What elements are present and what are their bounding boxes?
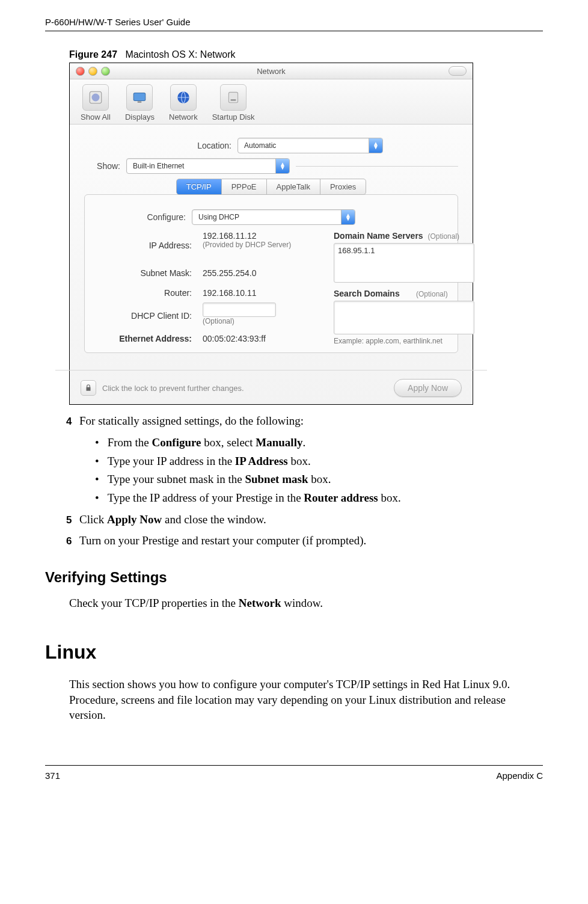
bullet-configure: From the Configure box, select Manually. bbox=[95, 435, 543, 450]
lock-icon bbox=[84, 384, 93, 392]
ip-sub: (Provided by DHCP Server) bbox=[203, 241, 323, 249]
router-value: 192.168.10.11 bbox=[203, 288, 323, 298]
displays-icon bbox=[126, 84, 153, 111]
page-header: P-660H/HW/W-T Series User' Guide bbox=[45, 17, 543, 31]
toolbar-network[interactable]: Network bbox=[169, 84, 198, 121]
configure-value: Using DHCP bbox=[198, 213, 239, 221]
apply-now-button[interactable]: Apply Now bbox=[394, 379, 462, 397]
router-label: Router: bbox=[96, 288, 192, 298]
figure-caption: Figure 247 Macintosh OS X: Network bbox=[69, 49, 543, 60]
bullet-ip: Type your IP address in the IP Address b… bbox=[95, 454, 543, 469]
chevron-updown-icon bbox=[341, 210, 355, 224]
svg-rect-2 bbox=[138, 102, 142, 103]
subnet-value: 255.255.254.0 bbox=[203, 268, 323, 278]
subnet-label: Subnet Mask: bbox=[96, 268, 192, 278]
show-select[interactable]: Built-in Ethernet bbox=[126, 158, 290, 174]
configure-select[interactable]: Using DHCP bbox=[192, 209, 355, 225]
page-footer: 371 Appendix C bbox=[45, 765, 543, 781]
step-5: 5Click Apply Now and close the window. bbox=[66, 512, 543, 527]
bullet-subnet: Type your subnet mask in the Subnet mask… bbox=[95, 472, 543, 487]
toolbar-displays[interactable]: Displays bbox=[125, 84, 155, 121]
toolbar-label: Network bbox=[169, 112, 198, 121]
search-optional: (Optional) bbox=[416, 290, 448, 298]
linux-text: This section shows you how to configure … bbox=[69, 677, 543, 723]
tab-bar: TCP/IP PPPoE AppleTalk Proxies bbox=[84, 179, 458, 195]
ethernet-value: 00:05:02:43:93:ff bbox=[203, 334, 323, 343]
screenshot-network-window: Network Show All Displays bbox=[69, 63, 473, 405]
window-title: Network bbox=[70, 67, 473, 76]
dns-textarea[interactable]: 168.95.1.1 bbox=[334, 243, 474, 283]
tab-pppoe[interactable]: PPPoE bbox=[222, 179, 267, 195]
show-label: Show: bbox=[84, 161, 120, 171]
step-4-text: For statically assigned settings, do the… bbox=[79, 414, 304, 427]
verify-text: Check your TCP/IP properties in the Netw… bbox=[69, 595, 543, 611]
location-value: Automatic bbox=[244, 141, 276, 150]
toolbar-label: Displays bbox=[125, 112, 155, 121]
ethernet-label: Ethernet Address: bbox=[96, 334, 192, 343]
search-label: Search Domains bbox=[334, 289, 400, 298]
lock-text: Click the lock to prevent further change… bbox=[102, 384, 244, 393]
startup-disk-icon bbox=[220, 84, 247, 111]
lock-button[interactable] bbox=[81, 380, 96, 396]
show-all-icon bbox=[82, 84, 109, 111]
dhcp-input[interactable] bbox=[203, 303, 276, 317]
chevron-updown-icon bbox=[369, 138, 382, 153]
dhcp-label: DHCP Client ID: bbox=[96, 311, 192, 321]
toolbar: Show All Displays Network bbox=[70, 79, 473, 125]
figure-label: Figure 247 bbox=[69, 49, 117, 60]
toolbar-startup-disk[interactable]: Startup Disk bbox=[212, 84, 255, 121]
svg-rect-4 bbox=[229, 92, 238, 102]
tab-proxies[interactable]: Proxies bbox=[320, 179, 366, 195]
step-4: 4For statically assigned settings, do th… bbox=[66, 413, 543, 506]
tcpip-panel: Configure: Using DHCP IP Address: 192.16… bbox=[84, 194, 458, 353]
toolbar-show-all[interactable]: Show All bbox=[81, 84, 111, 121]
configure-label: Configure: bbox=[96, 212, 186, 222]
chevron-updown-icon bbox=[275, 159, 289, 173]
toolbar-label: Startup Disk bbox=[212, 112, 255, 121]
toolbar-label: Show All bbox=[81, 112, 111, 121]
ip-value: 192.168.11.12 bbox=[203, 231, 323, 241]
page-number: 371 bbox=[45, 770, 60, 781]
search-textarea[interactable] bbox=[334, 301, 474, 334]
dns-optional: (Optional) bbox=[427, 232, 459, 241]
svg-rect-1 bbox=[134, 93, 146, 100]
heading-linux: Linux bbox=[45, 641, 543, 663]
show-value: Built-in Ethernet bbox=[133, 162, 184, 170]
window-titlebar: Network bbox=[70, 63, 473, 79]
appendix-label: Appendix C bbox=[496, 770, 543, 781]
dhcp-optional: (Optional) bbox=[203, 317, 323, 325]
ip-label: IP Address: bbox=[96, 241, 192, 250]
dns-label: Domain Name Servers bbox=[334, 231, 423, 241]
svg-rect-5 bbox=[231, 99, 236, 100]
tab-appletalk[interactable]: AppleTalk bbox=[267, 179, 320, 195]
dns-value: 168.95.1.1 bbox=[338, 246, 375, 255]
step-6: 6Turn on your Prestige and restart your … bbox=[66, 533, 543, 549]
figure-title: Macintosh OS X: Network bbox=[125, 49, 235, 60]
location-select[interactable]: Automatic bbox=[237, 138, 383, 153]
network-icon bbox=[170, 84, 197, 111]
search-example: Example: apple.com, earthlink.net bbox=[334, 337, 474, 345]
location-label: Location: bbox=[159, 141, 231, 150]
tab-tcpip[interactable]: TCP/IP bbox=[176, 179, 222, 195]
bullet-router: Type the IP address of your Prestige in … bbox=[95, 490, 543, 506]
heading-verifying: Verifying Settings bbox=[45, 569, 543, 586]
